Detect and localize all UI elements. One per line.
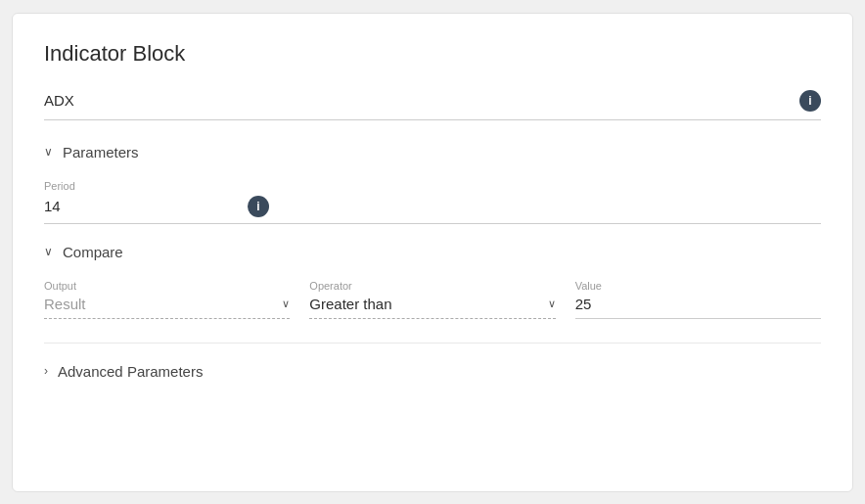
page-title: Indicator Block xyxy=(44,41,821,67)
period-info-icon[interactable]: i xyxy=(248,196,269,217)
search-row: i xyxy=(44,90,821,120)
parameters-section: ∨ Parameters Period i xyxy=(44,144,821,224)
parameters-section-header[interactable]: ∨ Parameters xyxy=(44,144,821,160)
period-field: Period i xyxy=(44,180,821,224)
value-input[interactable] xyxy=(575,296,821,319)
period-input-wrapper: i xyxy=(44,196,821,224)
compare-section: ∨ Compare Output Result ∨ Operator Great… xyxy=(44,244,821,319)
period-label: Period xyxy=(44,180,821,192)
advanced-chevron-right-icon: › xyxy=(44,364,48,378)
value-label: Value xyxy=(575,280,821,292)
search-input[interactable] xyxy=(44,92,799,109)
advanced-parameters-section[interactable]: › Advanced Parameters xyxy=(44,363,821,380)
output-chevron-down-icon: ∨ xyxy=(282,298,290,310)
operator-select-display: Greater than xyxy=(309,296,541,312)
output-select-display: Result xyxy=(44,296,276,312)
compare-section-header[interactable]: ∨ Compare xyxy=(44,244,821,260)
advanced-parameters-label: Advanced Parameters xyxy=(58,363,203,380)
divider xyxy=(44,343,821,344)
value-field: Value xyxy=(575,280,821,319)
output-label: Output xyxy=(44,280,290,292)
compare-fields: Output Result ∨ Operator Greater than ∨ … xyxy=(44,280,821,319)
operator-field: Operator Greater than ∨ xyxy=(309,280,555,319)
operator-select[interactable]: Greater than ∨ xyxy=(309,296,555,319)
parameters-chevron-icon: ∨ xyxy=(44,145,53,159)
indicator-block-card: Indicator Block i ∨ Parameters Period i … xyxy=(12,13,853,492)
output-field: Output Result ∨ xyxy=(44,280,290,319)
period-input[interactable] xyxy=(44,198,240,214)
operator-chevron-down-icon: ∨ xyxy=(548,298,556,310)
compare-section-title: Compare xyxy=(63,244,123,260)
output-select[interactable]: Result ∨ xyxy=(44,296,290,319)
parameters-section-title: Parameters xyxy=(63,144,139,160)
compare-chevron-icon: ∨ xyxy=(44,245,53,258)
info-icon[interactable]: i xyxy=(799,90,821,112)
operator-label: Operator xyxy=(309,280,555,292)
